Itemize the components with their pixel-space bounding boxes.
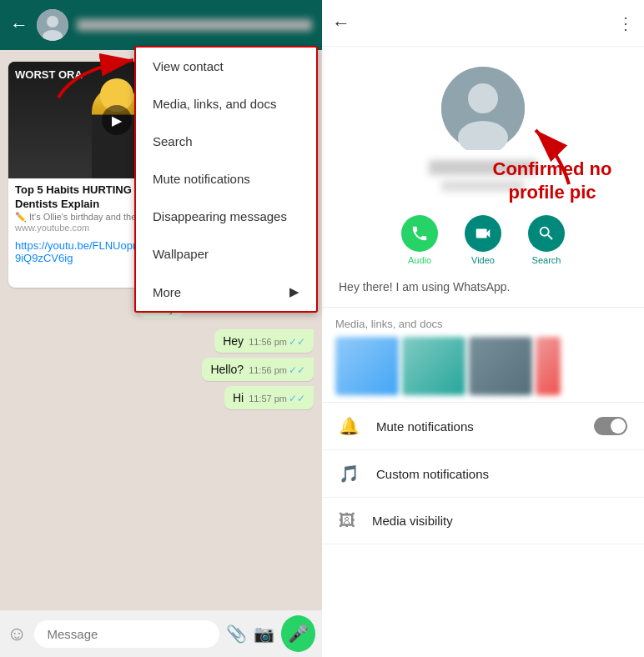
- outgoing-message-hello: Hello? 11:56 pm ✓✓: [202, 358, 314, 381]
- camera-button[interactable]: 📷: [254, 624, 274, 644]
- left-panel: ← View contact Media, links, and docs Se…: [0, 0, 322, 657]
- confirmed-no-profile-pic-text: Confirmed no profile pic: [469, 158, 636, 205]
- msg-time: 11:57 pm ✓✓: [249, 393, 305, 404]
- dropdown-item-search[interactable]: Search: [136, 123, 316, 160]
- dropdown-item-media[interactable]: Media, links, and docs: [136, 85, 316, 123]
- contact-status: Hey there! I am using WhatsApp.: [322, 272, 644, 308]
- audio-label: Audio: [408, 255, 431, 265]
- mute-notifications-item[interactable]: 🔔 Mute notifications: [322, 403, 644, 450]
- svg-point-5: [468, 83, 498, 113]
- contact-avatar-large: [441, 67, 525, 150]
- media-visibility-label: Media visibility: [372, 514, 627, 528]
- video-icon: [465, 215, 501, 252]
- dropdown-item-disappearing[interactable]: Disappearing messages: [136, 198, 316, 235]
- dropdown-item-more[interactable]: More ▶: [136, 273, 316, 311]
- media-thumbnails: [335, 337, 631, 395]
- mic-button[interactable]: 🎤: [281, 615, 315, 652]
- bell-icon: 🔔: [339, 416, 360, 436]
- media-thumb-1[interactable]: [335, 337, 399, 395]
- media-thumb-3[interactable]: [469, 337, 532, 395]
- video-call-button[interactable]: Video: [465, 215, 501, 265]
- contact-more-button[interactable]: ⋮: [617, 13, 634, 33]
- dropdown-item-wallpaper[interactable]: Wallpaper: [136, 235, 316, 273]
- chat-input-bar: ☺ 📎 📷 🎤: [0, 610, 322, 657]
- attach-button[interactable]: 📎: [226, 624, 247, 644]
- back-arrow-icon[interactable]: ←: [10, 14, 28, 36]
- emoji-button[interactable]: ☺: [7, 622, 28, 645]
- msg-time: 11:56 pm ✓✓: [249, 336, 305, 348]
- media-section-title: Media, links, and docs: [335, 318, 631, 330]
- contact-header: ← ⋮: [322, 0, 644, 47]
- custom-notifications-item[interactable]: 🎵 Custom notifications: [322, 450, 644, 498]
- search-button[interactable]: Search: [528, 215, 565, 265]
- right-panel: ← ⋮ Confirmed no: [322, 0, 644, 657]
- message-input[interactable]: [34, 620, 219, 648]
- play-icon: ▶: [102, 105, 132, 135]
- media-thumb-2[interactable]: [402, 337, 465, 395]
- audio-icon: [401, 215, 438, 252]
- dropdown-item-mute[interactable]: Mute notifications: [136, 160, 316, 198]
- image-icon: 🖼: [339, 511, 355, 530]
- contact-profile-section: Confirmed no profile pic: [322, 47, 644, 205]
- chat-header: ←: [0, 0, 322, 50]
- video-title: WORST ORA: [15, 68, 83, 81]
- settings-list: 🔔 Mute notifications 🎵 Custom notificati…: [322, 403, 644, 544]
- media-visibility-item[interactable]: 🖼 Media visibility: [322, 498, 644, 544]
- contact-actions: Audio Video Search: [322, 205, 644, 272]
- outgoing-message-hey: Hey 11:56 pm ✓✓: [214, 329, 314, 353]
- audio-call-button[interactable]: Audio: [401, 215, 438, 265]
- dropdown-menu: View contact Media, links, and docs Sear…: [134, 46, 318, 313]
- contact-name: [77, 19, 312, 31]
- media-section: Media, links, and docs: [322, 308, 644, 403]
- msg-time: 11:56 pm ✓✓: [249, 364, 305, 376]
- video-label: Video: [471, 255, 495, 265]
- search-circle-icon: [528, 215, 565, 252]
- svg-point-1: [47, 16, 58, 28]
- custom-notifications-label: Custom notifications: [376, 467, 627, 481]
- mute-toggle[interactable]: [594, 417, 627, 435]
- avatar: [37, 9, 68, 41]
- outgoing-message-hi: Hi 11:57 pm ✓✓: [224, 386, 314, 409]
- search-label: Search: [532, 255, 561, 265]
- media-thumb-4[interactable]: [536, 337, 561, 395]
- dropdown-item-view-contact[interactable]: View contact: [136, 48, 316, 85]
- mute-notifications-label: Mute notifications: [376, 419, 577, 434]
- contact-back-arrow[interactable]: ←: [332, 13, 350, 34]
- music-icon: 🎵: [339, 464, 360, 484]
